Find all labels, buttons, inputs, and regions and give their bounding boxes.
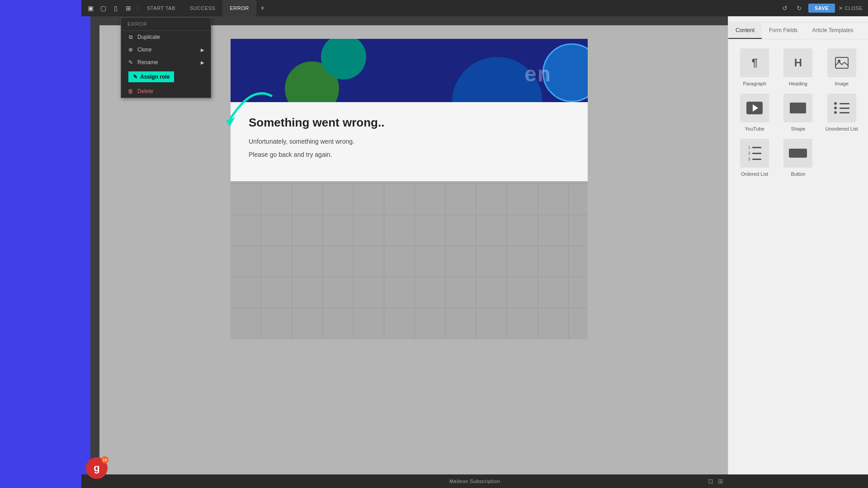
- tab-article-templates[interactable]: Article Templates: [805, 23, 860, 39]
- assign-role-icon: ✎: [133, 74, 137, 80]
- page-header-image[interactable]: en: [231, 39, 588, 102]
- page-title: Something went wrong..: [249, 116, 570, 130]
- right-panel: Template ⚌ ⋮ Content Form Fields Article…: [728, 0, 868, 488]
- status-text: Maileon Subscription: [449, 479, 500, 484]
- avatar-badge: 10: [101, 456, 108, 464]
- heading-icon: H: [783, 48, 812, 77]
- page-subtitle: Unfortunately, something went wrong.: [249, 137, 570, 146]
- unordered-list-label: Unordered List: [826, 126, 858, 131]
- shape-rect-icon: [790, 103, 806, 113]
- grid-area: [231, 181, 588, 339]
- bottom-icon-2[interactable]: ⊞: [718, 478, 723, 485]
- rename-arrow: ▶: [201, 60, 204, 65]
- error-text-overlay: en: [524, 61, 552, 86]
- button-rect-icon: [789, 149, 807, 158]
- delete-label: Delete: [137, 88, 153, 94]
- content-items-grid: ¶ Paragraph H Heading Image: [728, 39, 868, 186]
- context-menu-rename[interactable]: ✎ Rename ▶: [121, 56, 211, 69]
- status-bar: Maileon Subscription: [81, 474, 868, 488]
- content-item-ordered-list[interactable]: 1 2 3 Ordered List: [736, 139, 774, 177]
- delete-icon: 🗑: [127, 88, 134, 94]
- content-item-shape[interactable]: Shape: [779, 94, 817, 131]
- rename-label: Rename: [137, 59, 158, 66]
- duplicate-label: Duplicate: [137, 34, 160, 40]
- avatar-letter: g: [94, 462, 99, 474]
- page-body-text: Please go back and try again.: [249, 150, 570, 160]
- toolbar-right: ↺ ↻ SAVE ✕ CLOSE: [779, 3, 868, 14]
- tab-success[interactable]: SUCCESS: [183, 0, 223, 16]
- paragraph-label: Paragraph: [743, 81, 766, 86]
- image-icon-svg: [835, 56, 849, 69]
- tab-bar: START TAB SUCCESS ERROR +: [140, 0, 269, 16]
- youtube-icon: [740, 94, 769, 122]
- bottom-right-icons: ⊡ ⊞: [708, 474, 728, 488]
- monitor-icon[interactable]: ▣: [86, 4, 95, 13]
- tablet-icon[interactable]: ▢: [99, 4, 108, 13]
- undo-icon[interactable]: ↺: [779, 3, 790, 14]
- clone-icon: ⊕: [127, 47, 134, 53]
- page-content: en Something went wrong.. Unfortunately,…: [231, 39, 588, 181]
- content-item-paragraph[interactable]: ¶ Paragraph: [736, 48, 774, 86]
- top-toolbar: ▣ ▢ ▯ ⊞ START TAB SUCCESS ERROR + ↺ ↻ SA…: [81, 0, 868, 16]
- page-wrapper: en Something went wrong.. Unfortunately,…: [231, 39, 588, 461]
- paragraph-icon: ¶: [740, 48, 769, 77]
- image-label: Image: [835, 81, 849, 86]
- add-tab-button[interactable]: +: [256, 0, 269, 16]
- duplicate-icon: ⧉: [127, 34, 134, 40]
- close-button[interactable]: ✕ CLOSE: [839, 5, 863, 11]
- rename-icon: ✎: [127, 59, 134, 66]
- avatar-logo[interactable]: g 10: [86, 457, 108, 479]
- left-sidebar: [0, 0, 81, 488]
- shape-label: Shape: [791, 126, 806, 131]
- view-icons: ▣ ▢ ▯ ⊞: [81, 4, 138, 13]
- ordered-list-icon: 1 2 3: [740, 139, 769, 168]
- ruler-vertical: [90, 25, 99, 474]
- context-menu-clone[interactable]: ⊕ Clone ▶: [121, 43, 211, 56]
- ordered-list-label: Ordered List: [741, 171, 769, 177]
- save-button[interactable]: SAVE: [808, 4, 835, 13]
- youtube-label: YouTube: [745, 126, 764, 131]
- right-panel-tabs: Content Form Fields Article Templates: [728, 23, 868, 39]
- assign-role-label: Assign role: [140, 74, 170, 80]
- tab-start-tab[interactable]: START TAB: [140, 0, 183, 16]
- header-decor-teal: [321, 39, 366, 80]
- tab-content[interactable]: Content: [728, 23, 762, 39]
- assign-role-button[interactable]: ✎ Assign role: [128, 71, 174, 82]
- context-menu-duplicate[interactable]: ⧉ Duplicate: [121, 31, 211, 43]
- clone-arrow: ▶: [201, 47, 204, 52]
- context-menu-delete[interactable]: 🗑 Delete: [121, 85, 211, 98]
- context-menu-header: ERROR: [121, 18, 211, 31]
- redo-icon[interactable]: ↻: [794, 3, 805, 14]
- page-body: Something went wrong.. Unfortunately, so…: [231, 102, 588, 181]
- tab-form-fields[interactable]: Form Fields: [762, 23, 805, 39]
- shape-icon: [783, 94, 812, 122]
- content-item-button[interactable]: Button: [779, 139, 817, 177]
- grid-icon[interactable]: ⊞: [124, 4, 133, 13]
- youtube-play-icon: [746, 102, 763, 114]
- mobile-icon[interactable]: ▯: [111, 4, 120, 13]
- context-menu: ERROR ⧉ Duplicate ⊕ Clone ▶ ✎ Rename ▶ ✎…: [121, 17, 211, 98]
- tab-error[interactable]: ERROR: [222, 0, 256, 16]
- content-item-unordered-list[interactable]: Unordered List: [823, 94, 861, 131]
- heading-label: Heading: [789, 81, 807, 86]
- content-item-youtube[interactable]: YouTube: [736, 94, 774, 131]
- content-item-heading[interactable]: H Heading: [779, 48, 817, 86]
- bottom-icon-1[interactable]: ⊡: [708, 478, 713, 485]
- context-menu-assign-role[interactable]: ✎ Assign role: [121, 69, 211, 85]
- button-label: Button: [791, 171, 806, 177]
- content-item-image[interactable]: Image: [823, 48, 861, 86]
- unordered-list-icon: [827, 94, 856, 122]
- image-icon: [827, 48, 856, 77]
- clone-label: Clone: [137, 47, 151, 53]
- button-icon: [783, 139, 812, 168]
- svg-rect-1: [835, 57, 848, 68]
